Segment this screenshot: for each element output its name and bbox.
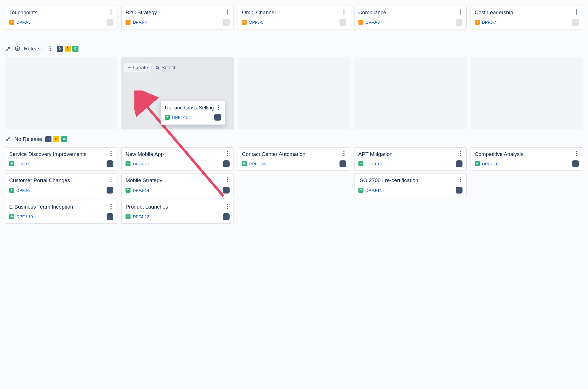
card-menu-button[interactable] [341,150,347,157]
card-title: Cost Leadership [475,9,579,16]
story-card[interactable]: Contact Center Automation DPFJ-16 [238,147,350,171]
release-lane[interactable] [5,57,117,129]
assignee-avatar[interactable] [223,187,230,194]
story-card[interactable]: Product Launches DPFJ-12 [121,200,234,224]
issue-key-link[interactable]: DPFJ-14 [133,188,149,193]
story-card[interactable]: E-Business Team Inception DPFJ-10 [5,200,117,224]
create-button[interactable]: Create [124,63,151,72]
story-card[interactable]: APT Mitigation DPFJ-17 [354,147,467,171]
dragging-card[interactable]: Up- and Cross-Selling DPFJ-15 [161,101,225,125]
card-title: B2C Strategy [126,9,230,16]
assignee-avatar[interactable] [223,160,230,167]
assignee-avatar[interactable] [339,19,346,26]
card-menu-button[interactable] [573,9,580,15]
card-menu-button[interactable] [215,104,222,111]
story-icon [126,188,131,193]
card-menu-button[interactable] [224,9,231,15]
story-card[interactable]: Competitive Analysis DPFJ-18 [471,147,583,171]
norelease-column[interactable]: Competitive Analysis DPFJ-18 [471,147,583,224]
card-title: Up- and Cross-Selling [165,105,221,111]
norelease-column[interactable]: New Mobile App DPFJ-13 Mobile Strategy D… [121,147,234,224]
card-menu-button[interactable] [108,203,114,210]
release-lane[interactable] [238,57,350,129]
issue-key-link[interactable]: DPFJ-12 [133,214,149,219]
assignee-avatar[interactable] [456,160,462,167]
section-menu-button[interactable] [47,45,53,52]
issue-key-link[interactable]: DPFJ-7 [482,20,496,25]
assignee-avatar[interactable] [223,213,230,220]
card-menu-button[interactable] [224,177,231,183]
card-title: Touchpoints [9,9,113,16]
story-card[interactable]: Service Discovery Improvements DPFJ-9 [5,147,117,171]
story-icon [165,115,170,120]
epic-icon [358,20,363,25]
card-title: Customer Portal Changes [9,177,113,184]
epic-card[interactable]: Touchpoints DPFJ-3 [5,6,117,30]
norelease-column[interactable]: Contact Center Automation DPFJ-16 [238,147,350,224]
story-icon [475,161,480,166]
issue-key-link[interactable]: DPFJ-6 [366,20,380,25]
card-menu-button[interactable] [108,9,114,15]
issue-key-link[interactable]: DPFJ-17 [366,162,382,166]
epic-row: Touchpoints DPFJ-3 B2C Strategy DPFJ-4 [5,6,583,30]
assignee-avatar[interactable] [107,187,113,194]
card-menu-button[interactable] [224,203,231,210]
status-counts: 0 0 0 [57,46,78,52]
count-inprogress: 0 [53,136,59,142]
select-button[interactable]: Select [152,63,178,72]
issue-key-link[interactable]: DPFJ-3 [16,20,31,25]
svg-rect-5 [244,23,245,23]
release-lane[interactable] [354,57,467,129]
card-menu-button[interactable] [341,9,347,15]
assignee-avatar[interactable] [456,187,462,194]
issue-key-link[interactable]: DPFJ-16 [249,162,265,166]
section-title: No Release [14,136,42,142]
svg-rect-1 [11,23,12,23]
issue-key-link[interactable]: DPFJ-15 [172,115,188,120]
card-title: Mobile Strategy [126,177,230,184]
story-icon [126,214,131,219]
epic-card[interactable]: B2C Strategy DPFJ-4 [121,6,234,30]
assignee-avatar[interactable] [107,19,113,26]
story-card[interactable]: New Mobile App DPFJ-13 [121,147,234,171]
issue-key-link[interactable]: DPFJ-8 [16,188,31,193]
issue-key-link[interactable]: DPFJ-5 [249,20,263,25]
norelease-lanes: Service Discovery Improvements DPFJ-9 Cu… [5,147,583,224]
issue-key-link[interactable]: DPFJ-4 [133,20,147,25]
assignee-avatar[interactable] [214,114,221,121]
assignee-avatar[interactable] [572,160,579,167]
card-menu-button[interactable] [108,150,114,157]
issue-key-link[interactable]: DPFJ-11 [366,188,382,193]
issue-key-link[interactable]: DPFJ-18 [482,162,498,166]
card-menu-button[interactable] [224,150,231,157]
norelease-column[interactable]: APT Mitigation DPFJ-17 ISO 27001 re-cert… [354,147,467,224]
story-card[interactable]: ISO 27001 re-certification DPFJ-11 [354,173,467,197]
card-menu-button[interactable] [457,177,464,183]
epic-card[interactable]: Compliance DPFJ-6 [354,6,467,30]
collapse-icon[interactable] [5,46,11,52]
epic-card[interactable]: Cost Leadership DPFJ-7 [471,6,583,30]
story-card[interactable]: Customer Portal Changes DPFJ-8 [5,173,117,197]
assignee-avatar[interactable] [339,160,346,167]
card-title: Service Discovery Improvements [9,151,113,158]
epic-card[interactable]: Omni Channel DPFJ-5 [238,6,350,30]
issue-key-link[interactable]: DPFJ-10 [16,214,33,219]
assignee-avatar[interactable] [107,213,113,220]
card-menu-button[interactable] [108,177,114,183]
card-menu-button[interactable] [457,150,464,157]
assignee-avatar[interactable] [456,19,462,26]
story-card[interactable]: Mobile Strategy DPFJ-14 [121,173,234,197]
issue-key-link[interactable]: DPFJ-13 [133,162,149,166]
card-menu-button[interactable] [457,9,464,15]
card-title: APT Mitigation [358,151,462,158]
svg-rect-3 [128,23,128,23]
issue-key-link[interactable]: DPFJ-9 [16,162,31,166]
assignee-avatar[interactable] [107,160,113,167]
norelease-column[interactable]: Service Discovery Improvements DPFJ-9 Cu… [5,147,117,224]
card-menu-button[interactable] [573,150,580,157]
assignee-avatar[interactable] [223,19,230,26]
assignee-avatar[interactable] [572,19,579,26]
release-lane[interactable] [471,57,583,129]
collapse-icon[interactable] [5,136,11,142]
count-inprogress: 0 [65,46,71,52]
